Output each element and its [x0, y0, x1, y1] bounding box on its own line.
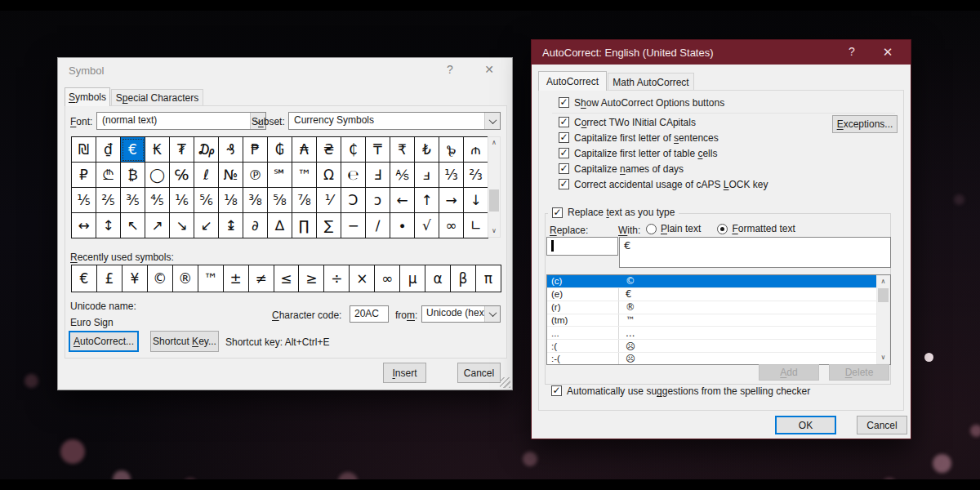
- autocorrect-option[interactable]: ✓Show AutoCorrect Options buttons: [559, 97, 724, 109]
- autocorrect-button[interactable]: AutoCorrect...: [69, 331, 139, 352]
- replacement-row[interactable]: (c)©: [547, 275, 890, 288]
- symbol-cell[interactable]: ⅝: [268, 188, 292, 213]
- symbol-cell[interactable]: ↑: [415, 188, 439, 213]
- chevron-down-icon[interactable]: [484, 113, 500, 129]
- scroll-up-icon[interactable]: ∧: [488, 137, 500, 149]
- symbol-cell[interactable]: ₪: [72, 137, 96, 163]
- help-icon[interactable]: ?: [437, 63, 463, 78]
- scrollbar-thumb[interactable]: [489, 189, 499, 212]
- from-dropdown[interactable]: Unicode (hex): [421, 305, 501, 323]
- symbol-cell[interactable]: ₮: [170, 137, 194, 163]
- symbol-cell[interactable]: →: [439, 188, 464, 213]
- cancel-button[interactable]: Cancel: [857, 416, 907, 434]
- replacement-list[interactable]: (c)©(e)€(r)®(tm)™...…:(☹:-(☹: [546, 274, 891, 365]
- scroll-down-icon[interactable]: ∨: [488, 225, 500, 237]
- symbol-cell[interactable]: ∏: [292, 213, 317, 238]
- autocorrect-option[interactable]: ✓Capitalize first letter of sentences: [559, 132, 719, 144]
- symbol-cell[interactable]: ⅙: [170, 188, 194, 213]
- scrollbar-thumb[interactable]: [878, 288, 889, 302]
- symbol-cell[interactable]: ⅘: [145, 188, 170, 213]
- replacement-row[interactable]: (r)®: [547, 301, 890, 314]
- symbol-cell[interactable]: ₫: [96, 137, 121, 163]
- replace-input[interactable]: [546, 237, 618, 256]
- add-button[interactable]: Add: [759, 364, 819, 381]
- font-dropdown[interactable]: (normal text): [96, 112, 266, 130]
- symbol-cell[interactable]: ⅛: [219, 188, 243, 213]
- symbol-cell[interactable]: ∙: [390, 213, 415, 238]
- replacement-row[interactable]: :(☹: [547, 340, 890, 353]
- symbol-cell[interactable]: ₱: [243, 137, 268, 163]
- tab-special-characters[interactable]: Special Characters: [111, 89, 203, 106]
- symbol-cell[interactable]: ∑: [317, 213, 341, 238]
- radio-option[interactable]: Plain text: [646, 223, 701, 234]
- symbol-cell[interactable]: ∂: [243, 213, 268, 238]
- symbol-cell[interactable]: ₴: [317, 137, 341, 163]
- checkbox-checked-icon[interactable]: ✓: [559, 132, 569, 143]
- resize-grip[interactable]: [500, 377, 510, 388]
- symbol-cell[interactable]: ₽: [72, 163, 96, 188]
- recent-symbol-cell[interactable]: ∞: [375, 265, 400, 292]
- replacement-row[interactable]: (e)€: [547, 288, 890, 301]
- scroll-down-icon[interactable]: ∨: [877, 352, 889, 363]
- symbol-cell[interactable]: ↨: [219, 213, 243, 238]
- recent-symbol-cell[interactable]: β: [451, 265, 476, 292]
- symbol-cell[interactable]: ₸: [366, 137, 390, 163]
- checkbox-checked-icon[interactable]: ✓: [559, 163, 569, 174]
- symbol-cell[interactable]: ₾: [96, 163, 121, 188]
- symbol-cell[interactable]: Ↄ: [341, 188, 366, 213]
- close-icon[interactable]: ✕: [875, 45, 901, 60]
- symbol-cell[interactable]: ∟: [464, 213, 488, 238]
- symbol-cell[interactable]: ₹: [390, 137, 415, 163]
- symbol-cell[interactable]: ₿: [121, 163, 145, 188]
- replace-text-checkbox-row[interactable]: ✓ Replace text as you type: [548, 207, 679, 218]
- recent-symbol-cell[interactable]: π: [476, 265, 501, 292]
- checkbox-checked-icon[interactable]: ✓: [559, 148, 569, 158]
- recent-symbol-cell[interactable]: ≤: [274, 265, 300, 292]
- symbol-cell[interactable]: €: [121, 137, 145, 163]
- symbol-cell[interactable]: ∕: [366, 213, 390, 238]
- replacement-row[interactable]: :-(☹: [547, 353, 890, 365]
- symbol-cell[interactable]: Ⅎ: [366, 163, 390, 188]
- symbol-cell[interactable]: №: [219, 163, 243, 188]
- recent-symbol-cell[interactable]: ≥: [299, 265, 324, 292]
- chevron-down-icon[interactable]: [484, 306, 500, 322]
- symbol-cell[interactable]: ₰: [219, 137, 243, 163]
- symbol-cell[interactable]: ₲: [268, 137, 292, 163]
- subset-dropdown[interactable]: Currency Symbols: [288, 112, 501, 130]
- symbol-dialog-titlebar[interactable]: Symbol ? ✕: [58, 58, 512, 82]
- symbol-cell[interactable]: ⅜: [243, 188, 268, 213]
- tab-math-autocorrect[interactable]: Math AutoCorrect: [608, 73, 694, 91]
- symbol-cell[interactable]: ↘: [170, 213, 194, 238]
- checkbox-checked-icon[interactable]: ✓: [552, 207, 563, 218]
- recent-symbol-cell[interactable]: £: [97, 265, 122, 292]
- symbol-cell[interactable]: ⅔: [464, 163, 488, 188]
- spelling-suggestions-checkbox-row[interactable]: ✓ Automatically use suggestions from the…: [551, 385, 810, 397]
- autocorrect-dialog-titlebar[interactable]: AutoCorrect: English (United States) ? ✕: [532, 40, 911, 65]
- symbol-cell[interactable]: ←: [390, 188, 415, 213]
- checkbox-checked-icon[interactable]: ✓: [559, 179, 569, 189]
- symbol-cell[interactable]: ∆: [268, 213, 292, 238]
- recent-symbol-cell[interactable]: €: [72, 265, 97, 292]
- symbol-cell[interactable]: ∞: [439, 213, 464, 238]
- autocorrect-option[interactable]: ✓Capitalize first letter of table cells: [559, 148, 717, 159]
- checkbox-checked-icon[interactable]: ✓: [559, 117, 569, 127]
- symbol-cell[interactable]: ⅗: [121, 188, 145, 213]
- recent-symbol-cell[interactable]: µ: [400, 265, 425, 292]
- symbol-cell[interactable]: ↖: [121, 213, 145, 238]
- symbol-cell[interactable]: ⅚: [194, 188, 219, 213]
- radio-selected-icon[interactable]: [717, 224, 728, 234]
- ok-button[interactable]: OK: [775, 416, 836, 434]
- symbol-cell[interactable]: ↔: [72, 213, 96, 238]
- symbol-cell[interactable]: ℓ: [194, 163, 219, 188]
- symbol-cell[interactable]: ↙: [194, 213, 219, 238]
- symbol-cell[interactable]: ⅞: [292, 188, 317, 213]
- symbol-cell[interactable]: ⅎ: [415, 163, 439, 188]
- symbol-cell[interactable]: ™: [292, 163, 317, 188]
- recent-symbol-cell[interactable]: ®: [173, 265, 198, 292]
- recent-symbol-cell[interactable]: α: [425, 265, 451, 292]
- symbol-cell[interactable]: ℠: [268, 163, 292, 188]
- exceptions-button[interactable]: Exceptions...: [832, 115, 898, 133]
- autocorrect-option[interactable]: ✓Capitalize names of days: [559, 163, 684, 175]
- symbol-cell[interactable]: ₵: [341, 137, 366, 163]
- recent-symbol-cell[interactable]: ±: [224, 265, 249, 292]
